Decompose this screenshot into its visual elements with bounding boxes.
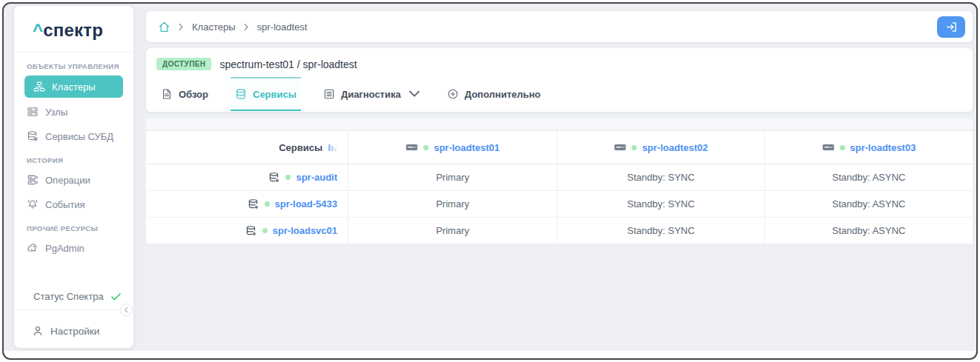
sidebar-item-pgadmin[interactable]: PgAdmin <box>14 238 133 258</box>
db-gear-icon <box>268 172 280 184</box>
table-toolbar-strip <box>146 118 973 130</box>
tab-label: Сервисы <box>253 89 297 100</box>
table-row: spr-loadsvc01 Primary Standby: SYNC Stan… <box>146 218 973 244</box>
list-icon <box>323 88 335 100</box>
role-cell: Standby: SYNC <box>557 218 764 244</box>
column-header-services: Сервисы <box>146 131 348 164</box>
bell-icon <box>27 198 39 210</box>
sort-icon[interactable] <box>328 143 337 152</box>
status-badge: ДОСТУПЕН <box>156 58 211 70</box>
service-link[interactable]: spr-audit <box>296 172 337 183</box>
sidebar-item-label: Сервисы СУБД <box>45 131 113 142</box>
sidebar-section-other: ПРОЧИЕ РЕСУРСЫ <box>27 224 133 232</box>
table-header-row: Сервисы spr-loadtest01 spr-loadtest02 sp… <box>146 131 973 164</box>
chevron-right-icon <box>244 23 249 31</box>
nodes-icon <box>27 106 39 118</box>
table-row: spr-audit Primary Standby: SYNC Standby:… <box>146 164 973 191</box>
chevron-left-icon <box>124 306 129 313</box>
spectrum-status: Статус Спектра <box>33 291 122 302</box>
logo-caret: ^ <box>33 20 43 40</box>
server-icon <box>405 143 418 152</box>
status-dot <box>265 201 270 207</box>
role-cell: Standby: SYNC <box>557 191 764 217</box>
window-bottom-strip <box>4 351 976 358</box>
chevron-down-icon <box>408 88 420 100</box>
role-cell: Primary <box>348 191 557 217</box>
host-link[interactable]: spr-loadtest02 <box>642 142 708 153</box>
app-logo: ^спектр <box>14 6 133 53</box>
cluster-status-row: ДОСТУПЕН spectrum-test01 / spr-loadtest <box>146 48 973 70</box>
column-header-host2: spr-loadtest02 <box>557 131 764 164</box>
service-name-cell: spr-load-5433 <box>146 191 348 217</box>
db-gear-icon <box>245 225 257 237</box>
sidebar-collapse-button[interactable] <box>120 304 133 316</box>
db-gear-icon <box>248 198 259 210</box>
breadcrumb-current[interactable]: spr-loadtest <box>257 21 308 33</box>
plus-circle-icon <box>447 88 459 100</box>
cluster-icon <box>33 81 45 93</box>
check-icon <box>110 292 122 301</box>
tab-additional[interactable]: Дополнительно <box>443 77 546 111</box>
pgadmin-elephant-icon <box>27 242 39 254</box>
role-cell: Primary <box>348 218 557 244</box>
cluster-tabs: Обзор Сервисы Диагностика Дополнительно <box>156 77 973 111</box>
cluster-header-card: ДОСТУПЕН spectrum-test01 / spr-loadtest … <box>146 48 973 112</box>
sidebar-item-events[interactable]: События <box>14 194 133 215</box>
host-link[interactable]: spr-loadtest03 <box>850 142 916 153</box>
sidebar-section-objects: ОБЪЕКТЫ УПРАВЛЕНИЯ <box>27 62 133 70</box>
table-row: spr-load-5433 Primary Standby: SYNC Stan… <box>146 191 973 218</box>
tab-label: Обзор <box>179 89 208 100</box>
status-dot <box>262 228 268 233</box>
logout-button[interactable] <box>937 16 965 38</box>
role-cell: Standby: SYNC <box>557 164 764 190</box>
service-link[interactable]: spr-load-5433 <box>275 198 338 210</box>
home-icon[interactable] <box>158 21 170 33</box>
sidebar-item-db-services[interactable]: Сервисы СУБД <box>14 126 133 147</box>
services-header-label: Сервисы <box>279 142 322 153</box>
breadcrumb-bar: Кластеры spr-loadtest <box>146 11 973 42</box>
role-cell: Primary <box>348 164 557 190</box>
settings-label: Настройки <box>50 326 99 337</box>
db-service-icon <box>27 130 39 142</box>
sidebar-item-settings[interactable]: Настройки <box>32 325 99 337</box>
role-cell: Standby: ASYNC <box>764 218 973 244</box>
operations-icon <box>27 174 39 186</box>
host-link[interactable]: spr-loadtest01 <box>434 142 500 153</box>
sidebar-item-label: Операции <box>45 175 90 186</box>
role-cell: Standby: ASYNC <box>764 191 973 217</box>
tab-overview[interactable]: Обзор <box>156 77 213 111</box>
sidebar-item-label: PgAdmin <box>45 243 85 254</box>
service-name-cell: spr-loadsvc01 <box>146 218 348 244</box>
server-icon <box>822 143 835 152</box>
column-header-host3: spr-loadtest03 <box>764 131 973 164</box>
sidebar: ^спектр ОБЪЕКТЫ УПРАВЛЕНИЯ Кластеры Узлы… <box>14 6 133 348</box>
sidebar-section-history: ИСТОРИЯ <box>27 156 133 164</box>
sidebar-item-clusters[interactable]: Кластеры <box>24 76 123 98</box>
status-dot <box>632 145 637 150</box>
server-icon <box>614 143 626 152</box>
column-header-host1: spr-loadtest01 <box>348 131 557 164</box>
sidebar-item-label: Узлы <box>45 107 67 118</box>
status-dot <box>423 145 428 150</box>
tab-label: Диагностика <box>341 89 401 100</box>
logout-icon <box>945 21 958 33</box>
chevron-right-icon <box>179 23 184 31</box>
tab-diagnostics[interactable]: Диагностика <box>319 77 425 111</box>
sidebar-divider <box>14 309 133 310</box>
cluster-title: spectrum-test01 / spr-loadtest <box>219 58 357 70</box>
breadcrumb-clusters[interactable]: Кластеры <box>192 21 236 33</box>
role-cell: Standby: ASYNC <box>764 164 973 190</box>
tab-label: Дополнительно <box>465 89 541 100</box>
sidebar-item-label: События <box>45 199 85 210</box>
status-dot <box>840 145 845 150</box>
service-link[interactable]: spr-loadsvc01 <box>273 225 337 236</box>
service-name-cell: spr-audit <box>146 164 348 190</box>
logo-text: спектр <box>43 20 103 40</box>
sidebar-item-operations[interactable]: Операции <box>14 170 133 190</box>
document-icon <box>161 88 173 100</box>
user-icon <box>32 325 44 337</box>
tab-services[interactable]: Сервисы <box>231 77 301 111</box>
sidebar-item-nodes[interactable]: Узлы <box>14 101 133 122</box>
status-label: Статус Спектра <box>33 291 104 302</box>
services-table: Сервисы spr-loadtest01 spr-loadtest02 sp… <box>146 131 973 244</box>
